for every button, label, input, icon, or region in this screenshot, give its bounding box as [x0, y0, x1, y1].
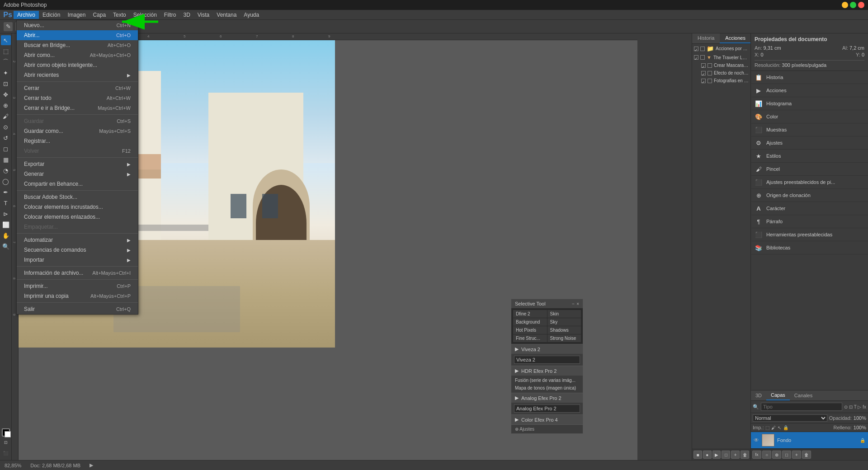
sel-skin[interactable]: Skin — [547, 310, 581, 318]
shape-tool[interactable]: ⬜ — [1, 220, 11, 230]
layer-eye-icon[interactable]: 👁 — [754, 437, 759, 443]
menu-guardar-como[interactable]: Guardar como... Mayús+Ctrl+S — [17, 126, 138, 136]
sel-minimize-btn[interactable]: − — [572, 301, 575, 306]
blend-mode-select[interactable]: Normal Disolver Oscurecer Multiplicar — [753, 414, 827, 422]
menu-imagen[interactable]: Imagen — [64, 11, 89, 19]
move-tool[interactable]: ↖ — [1, 35, 11, 45]
action-item-1[interactable]: ▼ The Traveler Lens - Español — [692, 53, 750, 61]
menu-automatizar[interactable]: Automatizar ▶ — [17, 235, 138, 245]
lock-all[interactable]: 🔒 — [783, 425, 788, 430]
foreground-color[interactable] — [2, 428, 10, 437]
dodge-tool[interactable]: ◯ — [1, 176, 11, 186]
viveza-input[interactable] — [514, 356, 580, 364]
menu-info-archivo[interactable]: Información de archivo... Alt+Mayús+Ctrl… — [17, 268, 138, 278]
tool-historia[interactable]: 📋 Historia — [751, 71, 868, 84]
layer-adj-btn[interactable]: ⊕ — [772, 451, 781, 459]
menu-capa[interactable]: Capa — [89, 11, 109, 19]
menu-nuevo[interactable]: Nuevo... Ctrl+N — [17, 20, 138, 30]
menu-seleccion[interactable]: Selección — [130, 11, 160, 19]
gradient-tool[interactable]: ▦ — [1, 155, 11, 164]
tab-acciones[interactable]: Acciones — [720, 33, 751, 43]
menu-bridge[interactable]: Buscar en Bridge... Alt+Ctrl+O — [17, 40, 138, 50]
menu-3d[interactable]: 3D — [179, 11, 193, 19]
brush-tool[interactable]: 🖌 — [1, 111, 11, 121]
hdr-header[interactable]: ▶ HDR Efex Pro 2 — [511, 366, 583, 376]
hdr-fusion[interactable]: Fusión (serie de varias imág... — [514, 376, 580, 384]
minimize-button[interactable] — [842, 2, 848, 8]
menu-ventana[interactable]: Ventana — [213, 11, 240, 19]
menu-generar[interactable]: Generar ▶ — [17, 169, 138, 179]
sel-dfine2[interactable]: Dfine 2 — [513, 310, 547, 318]
menu-objeto-inteligente[interactable]: Abrir como objeto inteligente... — [17, 60, 138, 70]
menu-enlazados[interactable]: Colocar elementos enlazados... — [17, 212, 138, 222]
sel-close-btn[interactable]: × — [576, 301, 579, 306]
zoom-tool[interactable]: 🔍 — [1, 241, 11, 251]
action-item-0[interactable]: 📁 Acciones por defecto — [692, 44, 750, 53]
layer-new-btn[interactable]: + — [792, 451, 801, 459]
play-btn[interactable]: ▶ — [712, 451, 721, 459]
menu-importar[interactable]: Importar ▶ — [17, 255, 138, 265]
stop-btn[interactable]: ■ — [693, 451, 702, 459]
menu-texto[interactable]: Texto — [109, 11, 130, 19]
tab-historia[interactable]: Historia — [692, 33, 720, 43]
sel-sky[interactable]: Sky — [547, 318, 581, 326]
lock-paint[interactable]: 🖌 — [771, 425, 776, 430]
menu-cerrar[interactable]: Cerrar Ctrl+W — [17, 83, 138, 93]
action-item-3[interactable]: Efecto de noche en fotos d... — [692, 69, 750, 77]
tool-herramientas[interactable]: ⬛ Herramientas preestablecidas — [751, 228, 868, 241]
history-brush-tool[interactable]: ↺ — [1, 133, 11, 143]
analog-header[interactable]: ▶ Analog Efex Pro 2 — [511, 393, 583, 403]
text-tool[interactable]: T — [1, 198, 11, 208]
maximize-button[interactable] — [850, 2, 856, 8]
lock-transparent[interactable]: ⬚ — [765, 425, 769, 430]
hand-tool[interactable]: ✋ — [1, 230, 11, 240]
menu-incrustar[interactable]: Colocar elementos incrustados... — [17, 202, 138, 212]
tool-muestras[interactable]: ⬛ Muestras — [751, 123, 868, 136]
menu-recientes[interactable]: Abrir recientes ▶ — [17, 70, 138, 80]
sel-hot-pixels[interactable]: Hot Pixels — [513, 326, 547, 334]
menu-behance[interactable]: Compartir en Behance... — [17, 179, 138, 189]
analog-input[interactable] — [514, 404, 580, 413]
tool-estilos[interactable]: ★ Estilos — [751, 150, 868, 163]
menu-filtro[interactable]: Filtro — [160, 11, 180, 19]
pen-tool[interactable]: ✒ — [1, 187, 11, 197]
delete-btn[interactable]: 🗑 — [741, 451, 749, 459]
path-select-tool[interactable]: ⊳ — [1, 209, 11, 219]
layer-group-btn[interactable]: □ — [782, 451, 791, 459]
eyedropper-tool[interactable]: ✥ — [1, 89, 11, 99]
tool-origen[interactable]: ⊕ Origen de clonación — [751, 189, 868, 202]
tool-ajustes[interactable]: ⚙ Ajustes — [751, 136, 868, 150]
action-item-2[interactable]: Crear Mascaras de Luminosi... — [692, 61, 750, 69]
menu-salir[interactable]: Salir Ctrl+Q — [17, 304, 138, 314]
magic-wand-tool[interactable]: ✦ — [1, 68, 11, 78]
new-set-btn[interactable]: □ — [722, 451, 730, 459]
sel-fine-struc[interactable]: Fine Struc... — [513, 334, 547, 342]
quick-mask-tool[interactable]: ⊡ — [1, 437, 11, 447]
layer-fondo[interactable]: 👁 Fondo 🔒 — [751, 432, 868, 449]
lasso-tool[interactable]: ⌒ — [1, 57, 11, 67]
lock-move[interactable]: ↖ — [778, 425, 781, 430]
menu-guardar[interactable]: Guardar Ctrl+S — [17, 116, 138, 126]
sel-background[interactable]: Background — [513, 318, 547, 326]
menu-vista[interactable]: Vista — [194, 11, 213, 19]
tab-capas[interactable]: Capas — [766, 390, 790, 400]
viveza-header[interactable]: ▶ Viveza 2 — [511, 344, 583, 354]
layer-del-btn[interactable]: 🗑 — [802, 451, 811, 459]
select-tool[interactable]: ⬚ — [1, 46, 11, 56]
menu-registrar[interactable]: Registrar... — [17, 136, 138, 146]
tool-parrafo[interactable]: ¶ Párrafo — [751, 215, 868, 228]
tool-acciones[interactable]: ▶ Acciones — [751, 84, 868, 97]
menu-exportar[interactable]: Exportar ▶ — [17, 159, 138, 169]
clone-stamp-tool[interactable]: ⊙ — [1, 122, 11, 132]
tool-bibliotecas[interactable]: 📚 Bibliotecas — [751, 241, 868, 254]
menu-edicion[interactable]: Edición — [39, 11, 64, 19]
eraser-tool[interactable]: ◻ — [1, 144, 11, 154]
layer-mask-btn[interactable]: ○ — [762, 451, 771, 459]
color-efex-header[interactable]: ▶ Color Efex Pro 4 — [511, 415, 583, 424]
sel-shadows[interactable]: Shadows — [547, 326, 581, 334]
tab-3d[interactable]: 3D — [751, 391, 766, 400]
menu-cerrar-bridge[interactable]: Cerrar e ir a Bridge... Mayús+Ctrl+W — [17, 103, 138, 113]
tab-canales[interactable]: Canales — [790, 391, 817, 400]
record-btn[interactable]: ● — [703, 451, 712, 459]
hdr-mapa[interactable]: Mapa de tonos (imagen única) — [514, 384, 580, 392]
